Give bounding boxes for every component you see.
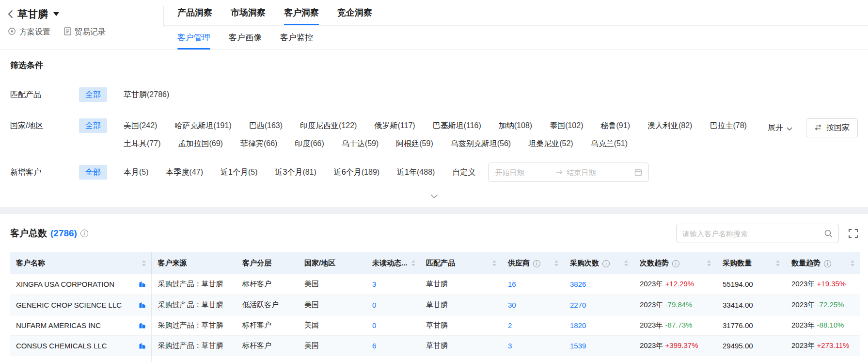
- cell-product: 草甘膦: [420, 335, 502, 356]
- start-date-input[interactable]: [495, 168, 552, 177]
- product-all-chip[interactable]: 全部: [79, 87, 107, 102]
- sub-tab[interactable]: 客户管理: [177, 26, 210, 49]
- time-filter-option[interactable]: 本月(5): [124, 167, 149, 178]
- sort-icon[interactable]: [411, 260, 415, 266]
- suppliers-link[interactable]: 3: [508, 342, 512, 350]
- main-tab[interactable]: 竞企洞察: [337, 0, 372, 25]
- sub-tab[interactable]: 客户画像: [229, 26, 262, 49]
- sort-icon[interactable]: [142, 260, 146, 266]
- country-filter-option[interactable]: 巴西(163): [249, 121, 283, 131]
- customers-panel: 客户总数 (2786) 客户名称 客户来源: [0, 214, 868, 362]
- arrow-right-icon: [556, 170, 563, 175]
- country-filter-option[interactable]: 乌兹别克斯坦(56): [451, 139, 511, 149]
- time-filter-option[interactable]: 近3个月(81): [275, 167, 316, 178]
- country-filter-option[interactable]: 土耳其(77): [124, 139, 160, 149]
- filter-label-new-customer: 新增客户: [10, 167, 79, 178]
- country-filter-option[interactable]: 泰国(102): [550, 121, 583, 131]
- back-icon[interactable]: [8, 10, 13, 18]
- table-row[interactable]: CONSUS CHEMICALS LLC 采购过产品：草甘膦 标杆客户 美国 6…: [10, 335, 860, 356]
- country-filter-option[interactable]: 秘鲁(91): [601, 121, 630, 131]
- country-filter-option[interactable]: 乌克兰(51): [591, 139, 628, 149]
- expand-toggle[interactable]: 展开: [768, 123, 792, 133]
- col-header-suppliers[interactable]: 供应商: [502, 252, 564, 274]
- purchases-link[interactable]: 2270: [570, 301, 586, 309]
- suppliers-link[interactable]: 16: [508, 280, 516, 288]
- col-header-product[interactable]: 匹配产品: [420, 252, 502, 274]
- by-country-button[interactable]: 按国家: [806, 118, 858, 137]
- new-customer-all-chip[interactable]: 全部: [79, 165, 107, 180]
- time-filter-option[interactable]: 本季度(47): [166, 167, 203, 178]
- company-monitor-icon[interactable]: [139, 280, 146, 288]
- unread-link[interactable]: 6: [372, 342, 376, 350]
- sort-icon[interactable]: [776, 260, 780, 266]
- country-filter-option[interactable]: 巴拉圭(78): [710, 121, 746, 131]
- purchases-link[interactable]: 1820: [570, 321, 586, 329]
- country-filter-option[interactable]: 孟加拉国(69): [178, 139, 222, 149]
- purchases-link[interactable]: 3826: [570, 280, 586, 288]
- info-icon[interactable]: [533, 260, 540, 267]
- sort-icon[interactable]: [492, 260, 496, 266]
- company-monitor-icon[interactable]: [139, 301, 146, 309]
- cell-product: 草甘膦: [420, 356, 502, 362]
- sort-icon[interactable]: [624, 260, 628, 266]
- time-filter-option[interactable]: 近1年(488): [397, 167, 435, 178]
- col-header-purchases[interactable]: 采购次数: [564, 252, 634, 274]
- custom-range-option[interactable]: 自定义: [452, 167, 475, 178]
- time-filter-option[interactable]: 近6个月(189): [334, 167, 379, 178]
- sort-icon[interactable]: [554, 260, 558, 266]
- country-filter-option[interactable]: 俄罗斯(117): [374, 121, 415, 131]
- company-monitor-icon[interactable]: [139, 342, 146, 349]
- plan-settings-button[interactable]: 方案设置: [8, 27, 50, 37]
- suppliers-link[interactable]: 2: [508, 321, 512, 329]
- unread-link[interactable]: 3: [372, 280, 376, 288]
- date-range-picker[interactable]: [488, 163, 649, 182]
- col-header-unread[interactable]: 未读动态...: [366, 252, 420, 274]
- unread-link[interactable]: 0: [372, 301, 376, 309]
- sort-icon[interactable]: [851, 260, 854, 266]
- customer-search-input[interactable]: [682, 230, 824, 238]
- trade-records-button[interactable]: 贸易记录: [64, 27, 106, 37]
- info-icon[interactable]: [602, 260, 610, 267]
- sub-tab[interactable]: 客户监控: [280, 26, 313, 49]
- collapse-filters-button[interactable]: [10, 182, 858, 203]
- country-filter-option[interactable]: 乌干达(59): [342, 139, 379, 149]
- country-filter-option[interactable]: 哈萨克斯坦(191): [174, 121, 231, 131]
- purchases-link[interactable]: 1539: [570, 342, 586, 350]
- table-row[interactable]: NUFARM AMERICAS INC 采购过产品：草甘膦 标杆客户 美国 0 …: [10, 315, 860, 335]
- col-header-quantity-trend[interactable]: 数量趋势: [786, 252, 860, 274]
- country-filter-option[interactable]: 美国(242): [124, 121, 157, 131]
- col-header-name[interactable]: 客户名称: [10, 252, 152, 274]
- calendar-icon[interactable]: [634, 168, 642, 176]
- table-row[interactable]: CINMAX INTERNATIONAL LLC 采购过产品：草甘膦 标杆客户 …: [10, 356, 860, 362]
- info-icon[interactable]: [80, 230, 88, 237]
- country-filter-option[interactable]: 阿根廷(59): [396, 139, 433, 149]
- country-filter-option[interactable]: 坦桑尼亚(52): [528, 139, 573, 149]
- col-header-purchase-trend[interactable]: 次数趋势: [634, 252, 717, 274]
- country-filter-option[interactable]: 印度尼西亚(122): [300, 121, 357, 131]
- fullscreen-icon[interactable]: [849, 229, 858, 238]
- main-tab[interactable]: 客户洞察: [284, 0, 319, 25]
- table-row[interactable]: GENERIC CROP SCIENCE LLC 采购过产品：草甘膦 低活跃客户…: [10, 295, 860, 315]
- main-tab[interactable]: 市场洞察: [231, 0, 266, 25]
- info-icon[interactable]: [672, 260, 679, 267]
- sort-icon[interactable]: [707, 260, 711, 266]
- country-filter-option[interactable]: 巴基斯坦(116): [433, 121, 481, 131]
- time-filter-option[interactable]: 近1个月(5): [221, 167, 257, 178]
- product-filter-option[interactable]: 草甘膦(2786): [124, 90, 169, 100]
- country-filter-option[interactable]: 印度(66): [295, 139, 324, 149]
- chevron-down-icon[interactable]: [53, 12, 59, 16]
- country-all-chip[interactable]: 全部: [79, 118, 107, 133]
- suppliers-link[interactable]: 30: [508, 301, 516, 309]
- company-monitor-icon[interactable]: [139, 322, 146, 329]
- col-header-quantity[interactable]: 采购数量: [717, 252, 786, 274]
- country-filter-option[interactable]: 菲律宾(66): [240, 139, 277, 149]
- search-icon[interactable]: [824, 230, 833, 238]
- main-tab[interactable]: 产品洞察: [177, 0, 212, 25]
- end-date-input[interactable]: [567, 168, 624, 177]
- unread-link[interactable]: 0: [372, 321, 376, 329]
- info-icon[interactable]: [824, 260, 831, 267]
- table-row[interactable]: XINGFA USA CORPORATION 采购过产品：草甘膦 标杆客户 美国…: [10, 274, 860, 295]
- country-filter-option[interactable]: 加纳(108): [499, 121, 532, 131]
- country-filter-option[interactable]: 澳大利亚(82): [647, 121, 692, 131]
- col-header-tier: 客户分层: [237, 252, 299, 274]
